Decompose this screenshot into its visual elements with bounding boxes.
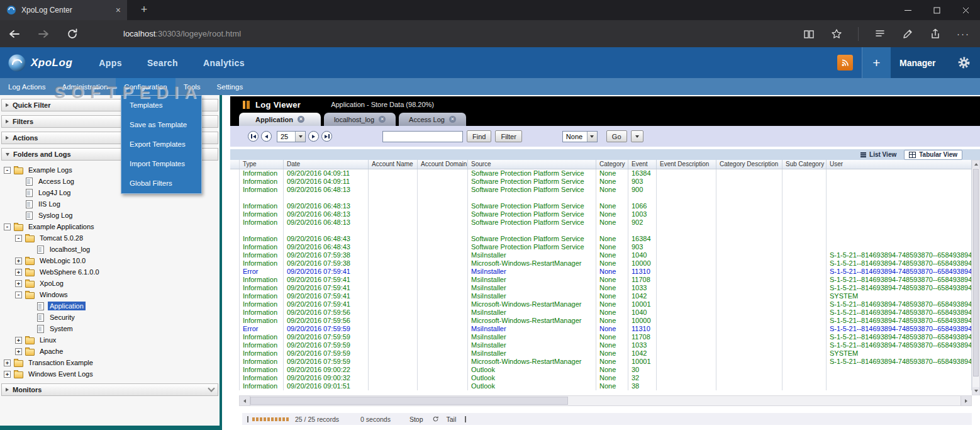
reading-view-icon[interactable] — [803, 28, 815, 40]
dropdown-item-import-templates[interactable]: Import Templates — [121, 154, 201, 174]
sidebar-section-monitors[interactable]: Monitors — [1, 383, 218, 396]
tree-item-system[interactable]: System — [0, 323, 220, 334]
tree-item-example-applications[interactable]: -Example Applications — [0, 221, 220, 232]
log-row[interactable]: Information09/20/2016 07:59:56MsiInstall… — [230, 308, 972, 317]
prev-page-button[interactable] — [261, 131, 272, 142]
scrollbar-thumb[interactable] — [250, 397, 568, 405]
tree-item-tomcat-5-0-28[interactable]: -Tomcat 5.0.28 — [0, 232, 220, 244]
go-button[interactable]: Go — [606, 130, 627, 142]
splitter[interactable] — [220, 95, 222, 430]
filter-select[interactable]: None — [562, 131, 598, 142]
favorites-star-icon[interactable] — [830, 28, 843, 40]
scroll-down-icon[interactable] — [972, 387, 979, 395]
log-tab-access-log[interactable]: Access Log× — [399, 113, 466, 126]
column-header-date[interactable]: Date — [284, 160, 369, 169]
log-row[interactable] — [230, 227, 972, 235]
log-row[interactable]: Information09/20/2016 06:48:13Software P… — [230, 210, 972, 218]
scrollbar-thumb[interactable] — [973, 169, 979, 376]
column-header-category[interactable]: Category — [596, 160, 628, 169]
log-row[interactable]: Information09/20/2016 06:48:13Software P… — [230, 218, 972, 227]
column-header-account-domain[interactable]: Account Domain — [418, 160, 468, 169]
log-row[interactable]: Error09/20/2016 07:59:59MsiInstallerNone… — [230, 325, 972, 333]
more-menu-icon[interactable]: ··· — [957, 29, 970, 38]
log-row[interactable]: Error09/20/2016 07:59:41MsiInstallerNone… — [230, 268, 972, 276]
column-header-event-description[interactable]: Event Description — [657, 160, 716, 169]
dropdown-item-global-filters[interactable]: Global Filters — [121, 174, 201, 193]
log-row[interactable]: Information09/20/2016 07:59:59MsiInstall… — [230, 333, 972, 341]
tree-item-localhost-log[interactable]: localhost_log — [0, 244, 220, 255]
column-header-user[interactable]: User — [827, 160, 972, 169]
tree-item-transaction-example[interactable]: +Transaction Example — [0, 357, 220, 368]
log-row[interactable]: Information09/20/2016 07:59:41Microsoft-… — [230, 300, 972, 308]
page-size-select[interactable]: 25 — [277, 131, 306, 142]
log-row[interactable]: Information09/20/2016 04:09:11Software P… — [230, 169, 972, 178]
log-tab-localhost-log[interactable]: localhost_log× — [324, 113, 396, 126]
window-close-button[interactable] — [951, 0, 980, 20]
tree-item-windows-event-logs[interactable]: +Windows Event Logs — [0, 368, 220, 380]
first-page-button[interactable] — [248, 131, 259, 142]
column-header-type[interactable]: Type — [240, 160, 284, 169]
collapse-minus-icon[interactable]: - — [4, 167, 11, 174]
log-row[interactable]: Information09/20/2016 07:59:59MsiInstall… — [230, 349, 972, 358]
scroll-up-icon[interactable] — [972, 161, 979, 168]
log-row[interactable]: Information09/20/2016 07:59:38MsiInstall… — [230, 251, 972, 259]
log-row[interactable]: Information09/20/2016 09:00:22OutlookNon… — [230, 366, 972, 374]
nav-item-search[interactable]: Search — [147, 58, 178, 68]
window-maximize-button[interactable] — [922, 0, 951, 20]
hub-icon[interactable] — [874, 28, 886, 40]
scroll-left-icon[interactable] — [240, 396, 250, 405]
log-row[interactable] — [230, 194, 972, 202]
tree-item-xpolog[interactable]: +XpoLog — [0, 278, 220, 289]
log-row[interactable]: Information09/20/2016 06:48:13Software P… — [230, 186, 972, 194]
menubar-item-configuration[interactable]: Configuration — [116, 78, 175, 95]
expand-plus-icon[interactable]: + — [4, 359, 11, 366]
chevron-down-icon[interactable] — [208, 385, 214, 392]
tree-item-application[interactable]: Application — [0, 300, 220, 312]
column-header-account-name[interactable]: Account Name — [369, 160, 418, 169]
column-header-source[interactable]: Source — [468, 160, 596, 169]
tree-item-apache[interactable]: +Apache — [0, 346, 220, 357]
log-row[interactable]: Information09/20/2016 07:59:41MsiInstall… — [230, 276, 972, 284]
log-row[interactable]: Information09/20/2016 04:09:11Software P… — [230, 178, 972, 186]
list-view-button[interactable]: List View — [860, 151, 896, 158]
tail-button[interactable]: Tail — [447, 416, 457, 423]
scroll-right-icon[interactable] — [961, 396, 971, 405]
manager-button[interactable]: Manager — [891, 47, 980, 78]
find-button[interactable]: Find — [467, 130, 491, 142]
dropdown-item-export-templates[interactable]: Export Templates — [121, 135, 201, 154]
tab-close-icon[interactable]: × — [379, 116, 386, 123]
expand-plus-icon[interactable]: + — [15, 257, 22, 264]
menubar-item-tools[interactable]: Tools — [175, 78, 209, 95]
dropdown-item-templates[interactable]: Templates — [121, 96, 201, 115]
nav-item-analytics[interactable]: Analytics — [203, 58, 245, 68]
nav-item-apps[interactable]: Apps — [99, 58, 122, 68]
collapse-minus-icon[interactable]: - — [4, 223, 11, 230]
add-button[interactable]: + — [862, 47, 891, 78]
refresh-icon[interactable] — [432, 416, 439, 422]
collapse-minus-icon[interactable]: - — [15, 235, 22, 242]
tree-item-iis-log[interactable]: IIS Log — [0, 198, 220, 210]
log-row[interactable]: Information09/20/2016 09:00:32OutlookNon… — [230, 374, 972, 382]
stop-button[interactable]: Stop — [409, 416, 423, 423]
last-page-button[interactable] — [321, 131, 332, 142]
expand-plus-icon[interactable]: + — [15, 280, 22, 287]
next-page-button[interactable] — [308, 131, 319, 142]
browser-tab[interactable]: XpoLog Center × — [0, 0, 127, 20]
log-row[interactable]: Information09/20/2016 07:59:41MsiInstall… — [230, 292, 972, 300]
log-row[interactable]: Information09/20/2016 07:59:41MsiInstall… — [230, 284, 972, 292]
tree-item-windows[interactable]: -Windows — [0, 289, 220, 300]
dropdown-item-save-as-template[interactable]: Save as Template — [121, 115, 201, 135]
new-tab-button[interactable]: + — [136, 3, 152, 17]
vertical-scrollbar[interactable] — [972, 160, 980, 395]
tree-item-syslog-log[interactable]: Syslog Log — [0, 210, 220, 221]
refresh-icon[interactable] — [63, 25, 82, 43]
back-icon[interactable] — [5, 25, 24, 43]
forward-icon[interactable] — [34, 25, 53, 43]
tree-item-weblogic-10-0[interactable]: +WebLogic 10.0 — [0, 255, 220, 266]
log-row[interactable]: Information09/20/2016 06:48:43Software P… — [230, 235, 972, 243]
menubar-item-log-actions[interactable]: Log Actions — [0, 78, 53, 95]
gear-icon[interactable] — [957, 55, 971, 70]
column-header-event[interactable]: Event — [628, 160, 657, 169]
horizontal-scrollbar[interactable] — [239, 395, 972, 406]
more-options-dropdown-button[interactable] — [631, 130, 643, 142]
